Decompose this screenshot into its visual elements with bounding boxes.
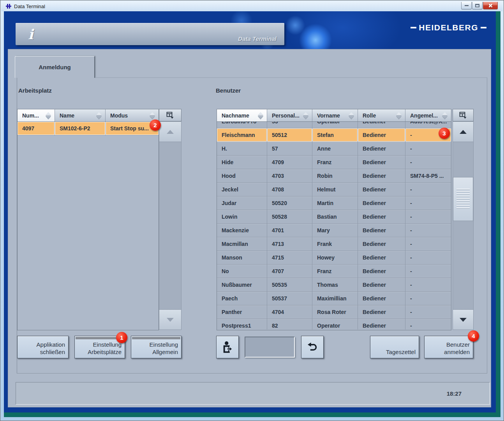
cell: Paech — [217, 292, 267, 305]
benutzer-table: NachnamePersonal...VornameRolleAngemel..… — [217, 109, 474, 330]
table-row[interactable]: Hood4703RobinBedienerSM74-8-P5 ... — [217, 169, 451, 183]
cell: Martin — [312, 196, 358, 210]
einstellung-allgemein-button[interactable]: Einstellung Allgemein — [131, 336, 182, 358]
sort-icon — [396, 112, 402, 119]
cell: Panther — [217, 305, 267, 319]
cell: 50520 — [267, 196, 312, 210]
maximize-button[interactable] — [472, 2, 483, 9]
cell: Bediener — [358, 156, 405, 169]
arbeitsplatz-label: Arbeitsplatz — [18, 87, 52, 94]
cell: Stefan — [312, 128, 358, 142]
table-row[interactable]: Judar50520MartinBediener- — [217, 196, 451, 210]
scroll-down-button[interactable] — [453, 309, 474, 330]
cell: - — [405, 210, 451, 224]
close-button[interactable] — [483, 2, 498, 9]
table-row[interactable]: H.57AnneBediener- — [217, 142, 451, 156]
column-header[interactable]: Personal... — [267, 109, 312, 121]
table-row[interactable]: Mackenzie4701MaryBediener- — [217, 224, 451, 237]
scroll-thumb[interactable] — [453, 177, 473, 221]
table-row[interactable]: No4707FranzBediener- — [217, 265, 451, 278]
cell: 4097 — [18, 122, 55, 135]
cell: - — [405, 292, 451, 305]
column-header[interactable]: Modus — [106, 109, 159, 121]
cell: Bediener — [358, 169, 405, 183]
table-row[interactable]: Manson4715HoweyBediener- — [217, 251, 451, 265]
applikation-schliessen-button[interactable]: Applikation schließen — [17, 336, 69, 358]
table-row[interactable]: Eurobind-Pro53OperatorBedienerAutoTest@X… — [217, 122, 451, 128]
column-header[interactable]: Nachname — [217, 109, 267, 121]
tageszettel-button[interactable]: Tageszettel — [370, 336, 419, 358]
table-row[interactable]: Hide4709FranzBediener- — [217, 156, 451, 169]
heidelberg-h-icon — [6, 4, 11, 9]
app-header: i Data Terminal HEIDELBERG — [4, 11, 496, 49]
scroll-up-button[interactable] — [453, 121, 474, 142]
table-row[interactable]: Lowin50528BastianBediener- — [217, 210, 451, 224]
sort-icon — [258, 112, 263, 119]
cell: Bediener — [358, 305, 405, 319]
column-chooser-icon — [166, 111, 174, 119]
tab-anmeldung[interactable]: Anmeldung — [15, 56, 95, 78]
sort-icon — [349, 112, 354, 119]
thumb-grip — [456, 189, 470, 210]
table-row[interactable]: Jeckel4708HelmutBediener- — [217, 183, 451, 196]
app-frame: i Data Terminal HEIDELBERG Anmeldung Arb… — [4, 11, 500, 417]
info-icon: i — [28, 27, 33, 41]
cell: Bediener — [358, 237, 405, 251]
cell: Mary — [312, 224, 358, 237]
cell: No — [217, 265, 267, 278]
cell: Eurobind-Pro — [217, 122, 267, 128]
cell: Franz — [312, 265, 358, 278]
cell: 57 — [267, 142, 312, 156]
column-header-label: Vorname — [317, 112, 349, 119]
table-row[interactable]: Postpress182OperatorBediener- — [217, 319, 451, 330]
cell: - — [405, 142, 451, 156]
cell: Mackenzie — [217, 224, 267, 237]
arrow-up-icon — [460, 130, 467, 134]
cell: Bediener — [358, 251, 405, 265]
minimize-button[interactable] — [461, 2, 472, 9]
cell: Bediener — [358, 142, 405, 156]
cell: Frank — [312, 237, 358, 251]
table-row[interactable]: Nußbaumer50535ThomasBediener- — [217, 278, 451, 292]
table-row[interactable]: Macmillan4713FrankBediener- — [217, 237, 451, 251]
column-chooser-button[interactable] — [453, 109, 474, 121]
table-row[interactable]: 4097SM102-6-P2Start Stop su... — [18, 122, 159, 135]
tab-panel: Arbeitsplatz Benutzer Num...NameModus 40… — [17, 77, 487, 374]
cell: Judar — [217, 196, 267, 210]
cell: Thomas — [312, 278, 358, 292]
column-header[interactable]: Name — [55, 109, 106, 121]
cell: SM74-8-P5 ... — [405, 169, 451, 183]
benutzer-label: Benutzer — [216, 87, 241, 94]
status-bar: 18:27 — [16, 382, 490, 405]
info-banner: i Data Terminal — [16, 23, 284, 45]
user-logout-button[interactable] — [216, 336, 239, 358]
heidelberg-logo: HEIDELBERG — [411, 23, 486, 32]
column-header[interactable]: Num... — [18, 109, 55, 121]
column-header[interactable]: Vorname — [312, 109, 358, 121]
cell: - — [405, 224, 451, 237]
column-header[interactable]: Rolle — [358, 109, 405, 121]
table-row[interactable]: Fleischmann50512StefanBediener- — [217, 128, 451, 142]
table-row[interactable]: Paech50537MaximillianBediener- — [217, 292, 451, 305]
table-scrollbar[interactable] — [453, 109, 474, 330]
banner-title: Data Terminal — [238, 35, 277, 45]
cell: 4715 — [267, 251, 312, 265]
scroll-up-button — [159, 121, 182, 142]
cell: 53 — [267, 122, 312, 128]
cell: - — [405, 196, 451, 210]
notification-badge-2: 2 — [150, 119, 161, 131]
column-chooser-icon — [459, 111, 467, 119]
undo-button[interactable] — [301, 336, 324, 358]
cell: Jeckel — [217, 183, 267, 196]
cell: Bediener — [358, 128, 405, 142]
column-header[interactable]: Angemel... — [405, 109, 451, 121]
logo-text: HEIDELBERG — [419, 23, 478, 32]
cell: Franz — [312, 156, 358, 169]
table-row[interactable]: Panther4704Rosa RoterBediener- — [217, 305, 451, 319]
cell: Hide — [217, 156, 267, 169]
scroll-track[interactable] — [453, 142, 474, 309]
close-icon — [488, 4, 493, 8]
benutzer-anmelden-button[interactable]: Benutzer anmelden — [424, 336, 473, 358]
column-chooser-button[interactable] — [159, 109, 182, 121]
cell: Manson — [217, 251, 267, 265]
